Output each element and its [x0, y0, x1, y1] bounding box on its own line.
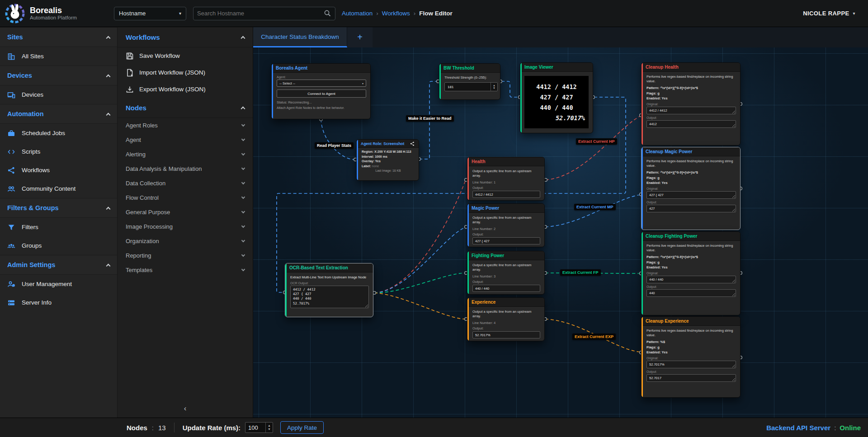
import-workflow-button[interactable]: Import Workflow (JSON) — [118, 64, 253, 81]
output-value-input[interactable]: 52.7017% — [472, 331, 540, 338]
sidebar-item-workflows[interactable]: Workflows — [0, 161, 117, 179]
node-fighting-power[interactable]: Fighting Power Output a specific line fr… — [467, 251, 545, 295]
apply-rate-button[interactable]: Apply Rate — [280, 421, 324, 434]
node-ocr-text-extraction[interactable]: OCR-Based Text Extraction Extract Multi-… — [285, 263, 373, 317]
sidebar-item-devices[interactable]: Devices — [0, 85, 117, 104]
share-icon[interactable] — [410, 141, 415, 146]
hostname-dropdown-label: Hostname — [119, 10, 146, 17]
node-category-agent[interactable]: Agent — [118, 132, 253, 147]
node-title: Experience — [472, 300, 495, 305]
spinner-buttons[interactable]: ▲▼ — [265, 423, 273, 432]
node-category-templates[interactable]: Templates — [118, 263, 253, 277]
original-textarea[interactable]: 440 / 440 — [646, 276, 736, 283]
node-health[interactable]: Health Output a specific line from an up… — [467, 157, 545, 201]
original-textarea[interactable]: 4412 / 4412 — [646, 107, 736, 114]
node-category-data-analysis[interactable]: Data Analysis & Manipulation — [118, 161, 253, 176]
line-number: Line Number: 1 — [472, 180, 540, 185]
node-experience[interactable]: Experience Output a specific line from a… — [467, 297, 545, 341]
edge-magic-to-cleanup — [545, 195, 640, 227]
node-category-data-collection[interactable]: Data Collection — [118, 176, 253, 190]
node-title: Borealis Agent — [276, 66, 307, 70]
sidebar-section-filters-groups[interactable]: Filters & Groups — [0, 198, 117, 218]
connect-to-agent-button[interactable]: Connect to Agent — [277, 89, 366, 98]
node-cleanup-experience[interactable]: Cleanup Experience Performs live regex-b… — [641, 316, 741, 398]
node-magic-power[interactable]: Magic Power Output a specific line from … — [467, 203, 545, 247]
user-menu[interactable]: NICOLE RAPPE ▾ — [803, 10, 855, 17]
breadcrumb-workflows[interactable]: Workflows — [382, 10, 410, 17]
section-label: Devices — [7, 72, 32, 79]
sidebar-item-server-info[interactable]: Server Info — [0, 293, 117, 312]
panel-header-nodes[interactable]: Nodes — [118, 98, 253, 118]
node-cleanup-fighting-power[interactable]: Cleanup Fighting Power Performs live reg… — [641, 231, 741, 315]
node-borealis-agent[interactable]: Borealis Agent Agent: -- Select -- ▾ Con… — [271, 63, 371, 119]
update-rate-input[interactable] — [245, 423, 265, 432]
sidebar-section-sites[interactable]: Sites — [0, 27, 117, 47]
flags-line: Flags: g — [646, 345, 736, 350]
ocr-output-textarea[interactable]: 4412 / 4412 427 { 427 440 / 440 52.7017% — [290, 286, 369, 308]
export-workflow-button[interactable]: Export Workflow (JSON) — [118, 81, 253, 98]
status-bar: Nodes : 13 Update Rate (ms): ▲▼ Apply Ra… — [0, 418, 868, 437]
sidebar-item-all-sites[interactable]: All Sites — [0, 47, 117, 66]
tab-character-status-breakdown[interactable]: Character Status Breakdown — [253, 27, 347, 47]
threshold-label: Threshold Strength (0–255): — [444, 75, 496, 80]
node-accent-stripe — [642, 147, 643, 230]
separator: : — [834, 424, 836, 432]
breadcrumb-automation[interactable]: Automation — [342, 10, 373, 17]
search-hostname-input[interactable] — [197, 10, 324, 17]
sidebar-item-label: Filters — [22, 224, 38, 230]
action-label: Import Workflow (JSON) — [139, 69, 205, 76]
node-accent-stripe — [467, 204, 469, 247]
overlay-line: Overlay: Yes — [362, 159, 415, 164]
output-textarea[interactable]: 427 — [646, 205, 736, 212]
sidebar-item-label: Scheduled Jobs — [22, 130, 65, 136]
node-category-general-purpose[interactable]: General Purpose — [118, 205, 253, 219]
node-accent-stripe — [467, 298, 469, 341]
output-textarea[interactable]: 52.7017 — [646, 374, 736, 382]
sidebar-item-filters[interactable]: Filters — [0, 218, 117, 236]
chevron-down-icon — [241, 166, 245, 169]
node-category-reporting[interactable]: Reporting — [118, 248, 253, 263]
node-bw-threshold[interactable]: BW Threshold Threshold Strength (0–255):… — [439, 63, 500, 100]
output-textarea[interactable]: 440 — [646, 289, 736, 297]
sidebar-section-devices[interactable]: Devices — [0, 66, 117, 85]
output-value-input[interactable]: 4412 / 4412 — [472, 191, 540, 198]
output-value-input[interactable]: 427 { 427 — [472, 237, 540, 244]
sidebar-item-groups[interactable]: Groups — [0, 236, 117, 255]
agent-select[interactable]: -- Select -- ▾ — [277, 80, 366, 87]
sidebar-section-automation[interactable]: Automation — [0, 104, 117, 124]
node-image-viewer[interactable]: Image Viewer 4412 / 4412 427 / 427 440 /… — [520, 62, 593, 133]
node-category-agent-roles[interactable]: Agent Roles — [118, 118, 253, 132]
spinner-buttons[interactable]: ▲▼ — [491, 83, 497, 91]
original-textarea[interactable]: 52.7017% — [646, 361, 736, 368]
output-textarea[interactable]: 4412 — [646, 120, 736, 128]
workflow-icon — [7, 166, 15, 174]
node-cleanup-health[interactable]: Cleanup Health Performs live regex-based… — [641, 62, 741, 146]
action-label: Export Workflow (JSON) — [139, 86, 206, 93]
add-tab-button[interactable]: + — [347, 27, 373, 47]
sidebar-item-scripts[interactable]: Scripts — [0, 142, 117, 161]
sidebar-item-user-management[interactable]: User Management — [0, 275, 117, 293]
sidebar-item-scheduled-jobs[interactable]: Scheduled Jobs — [0, 124, 117, 142]
sidebar-section-admin-settings[interactable]: Admin Settings — [0, 255, 117, 275]
pattern-line: Pattern: ^\s*(\d+)[^0-9]+(\d+)\s*$ — [646, 254, 736, 259]
panel-collapse-button[interactable]: ‹ — [118, 404, 253, 413]
sidebar-item-community-content[interactable]: Community Content — [0, 179, 117, 198]
hostname-dropdown[interactable]: Hostname ▾ — [114, 7, 186, 20]
node-category-organization[interactable]: Organization — [118, 234, 253, 248]
node-category-image-processing[interactable]: Image Processing — [118, 219, 253, 234]
threshold-input[interactable]: 181 ▲▼ — [444, 82, 498, 91]
output-value-input[interactable]: 440 / 440 — [472, 285, 540, 292]
panel-header-workflows[interactable]: Workflows — [118, 27, 253, 47]
breadcrumb-separator: › — [414, 10, 416, 17]
original-label: Original: — [646, 187, 736, 190]
output-label: Output: — [646, 201, 736, 204]
node-category-alerting[interactable]: Alerting — [118, 147, 253, 161]
original-textarea[interactable]: 427 { 427 — [646, 191, 736, 199]
flow-canvas[interactable]: Borealis Agent Agent: -- Select -- ▾ Con… — [253, 47, 868, 418]
node-category-flow-control[interactable]: Flow Control — [118, 190, 253, 205]
save-workflow-button[interactable]: Save Workflow — [118, 47, 253, 64]
category-label: General Purpose — [126, 209, 170, 216]
node-agent-role-screenshot[interactable]: Agent Role: Screenshot Region: X:200 Y:4… — [356, 139, 419, 181]
node-cleanup-magic-power[interactable]: Cleanup Magic Power Performs live regex-… — [641, 147, 741, 230]
search-icon[interactable] — [324, 9, 331, 17]
